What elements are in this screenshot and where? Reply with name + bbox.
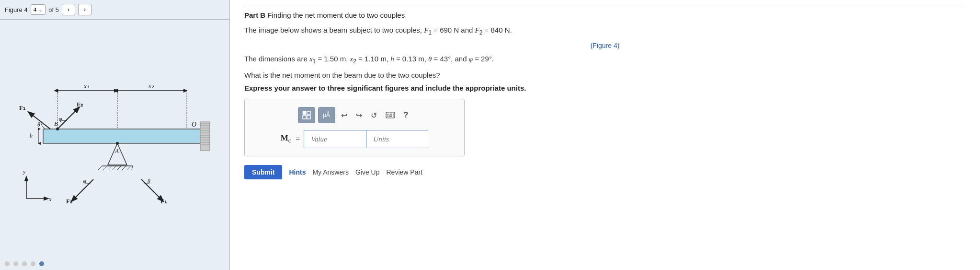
- next-button[interactable]: ›: [78, 4, 91, 15]
- svg-text:x: x: [48, 196, 52, 202]
- action-row: Submit Hints My Answers Give Up Review P…: [244, 165, 966, 179]
- keyboard-button[interactable]: [383, 110, 398, 120]
- submit-button[interactable]: Submit: [244, 165, 282, 179]
- svg-text:F₁: F₁: [160, 198, 167, 205]
- svg-text:h: h: [30, 132, 33, 139]
- svg-text:θ: θ: [37, 121, 40, 128]
- figure-select[interactable]: 4 ⌄: [31, 4, 46, 15]
- value-input[interactable]: [304, 130, 366, 148]
- units-input[interactable]: [366, 130, 428, 148]
- svg-rect-58: [386, 112, 395, 118]
- figure-nav: Figure 4 4 ⌄ of 5 ‹ ›: [0, 0, 229, 20]
- part-subheading: Finding the net moment due to two couple…: [267, 11, 405, 19]
- theta-val: θ: [428, 55, 432, 63]
- of-label: of 5: [48, 6, 59, 13]
- svg-text:x₁: x₁: [83, 82, 89, 90]
- svg-text:y: y: [23, 168, 26, 175]
- part-heading: Part B Finding the net moment due to two…: [244, 11, 966, 19]
- figure-diagram: x₁ x₂ h: [14, 50, 216, 227]
- problem-text: The image below shows a beam subject to …: [244, 25, 966, 37]
- svg-text:O: O: [192, 121, 196, 128]
- phi-val: φ: [469, 55, 473, 63]
- question-text: What is the net moment on the beam due t…: [244, 71, 966, 79]
- dot-3: [22, 261, 27, 266]
- figure-image-area: x₁ x₂ h: [0, 20, 229, 258]
- redo-button[interactable]: ↪: [353, 109, 365, 122]
- svg-rect-56: [303, 116, 306, 119]
- toolbar-row: μÅ ↩ ↪ ↺ ?: [254, 107, 455, 123]
- svg-rect-57: [307, 116, 310, 119]
- prev-button[interactable]: ‹: [62, 4, 75, 15]
- figure-number: 4: [34, 6, 37, 13]
- svg-text:B: B: [54, 120, 58, 127]
- help-button[interactable]: ?: [401, 109, 411, 121]
- my-answers-link[interactable]: My Answers: [312, 168, 348, 176]
- svg-text:x₂: x₂: [148, 82, 154, 90]
- grid-button[interactable]: [298, 107, 315, 123]
- part-label: Part B: [244, 11, 265, 19]
- figure-label: Figure 4: [5, 6, 28, 13]
- svg-text:θ: θ: [148, 178, 150, 185]
- answer-box: μÅ ↩ ↪ ↺ ?: [244, 99, 465, 156]
- give-up-link[interactable]: Give Up: [355, 168, 380, 176]
- f1-subscript: 1: [428, 29, 432, 36]
- equals-sign: =: [296, 135, 300, 143]
- h-val: h: [390, 55, 394, 63]
- svg-text:φ: φ: [83, 178, 86, 185]
- f1-label: F: [424, 26, 428, 34]
- top-divider: [244, 5, 966, 5]
- refresh-button[interactable]: ↺: [368, 109, 380, 122]
- svg-text:φ: φ: [59, 116, 62, 122]
- input-row: Mc =: [254, 130, 455, 148]
- dot-2: [13, 261, 18, 266]
- instruction-text: Express your answer to three significant…: [244, 84, 966, 92]
- svg-rect-12: [200, 122, 210, 151]
- chevron-icon: ⌄: [38, 7, 43, 13]
- undo-button[interactable]: ↩: [338, 109, 350, 122]
- hints-link[interactable]: Hints: [289, 168, 306, 176]
- x1-val: x: [309, 55, 313, 63]
- figure-link[interactable]: (Figure 4): [591, 42, 620, 49]
- svg-rect-55: [307, 111, 310, 115]
- f2-label: F: [475, 26, 479, 34]
- svg-text:F₂: F₂: [77, 101, 83, 108]
- svg-text:F₁: F₁: [19, 104, 26, 111]
- left-panel: Figure 4 4 ⌄ of 5 ‹ › x₁ x₂: [0, 0, 230, 270]
- mc-label: Mc: [281, 133, 291, 144]
- svg-text:F₂: F₂: [66, 198, 72, 205]
- right-panel: Part B Finding the net moment due to two…: [230, 0, 980, 270]
- mu-button[interactable]: μÅ: [318, 107, 335, 123]
- dimensions-text: The dimensions are x1 = 1.50 m, x2 = 1.1…: [244, 53, 966, 66]
- dot-1: [5, 261, 10, 266]
- svg-rect-8: [43, 129, 201, 143]
- dot-5: [39, 261, 44, 266]
- svg-rect-54: [303, 111, 306, 115]
- dot-4: [31, 261, 35, 266]
- figure-pagination: [0, 258, 229, 270]
- mu-label: μÅ: [323, 112, 330, 118]
- review-part-link[interactable]: Review Part: [387, 168, 422, 176]
- f2-subscript: 2: [479, 29, 483, 36]
